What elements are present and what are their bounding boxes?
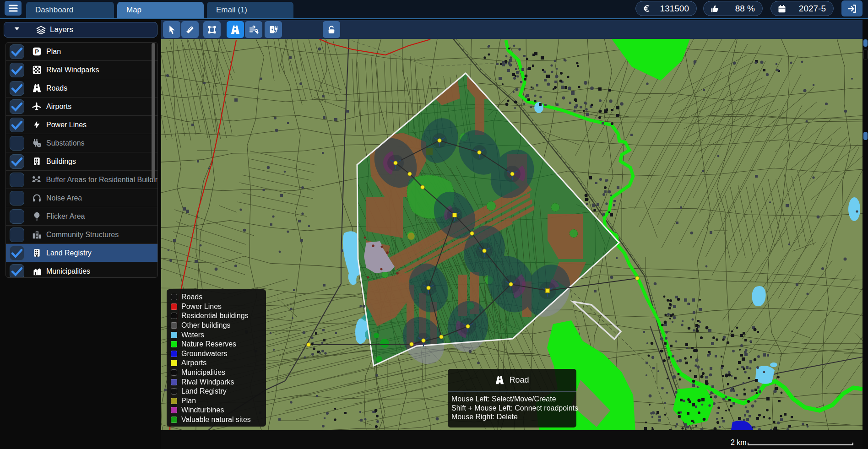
svg-text:P: P xyxy=(35,48,39,55)
